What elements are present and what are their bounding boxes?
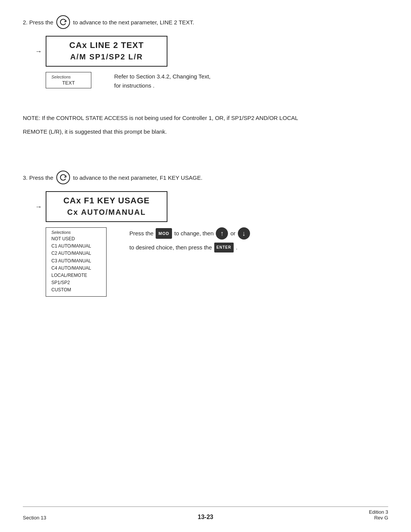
- refresh-icon-step3: [56, 171, 70, 184]
- footer-edition: Edition 3: [266, 509, 388, 515]
- controls-line1: Press the MOD to change, then ↑ or ↓: [129, 227, 388, 240]
- sel-item-6: SP1/SP2: [51, 279, 101, 286]
- enter-button[interactable]: ENTER: [214, 243, 234, 252]
- note-line2: REMOTE (L/R), it is suggested that this …: [23, 127, 388, 137]
- display-box-step2: CAx LINE 2 TEXT A/M SP1/SP2 L/R: [46, 36, 167, 67]
- step3-suffix: to advance to the next parameter, F1 KEY…: [73, 174, 202, 181]
- step3-section: 3. Press the to advance to the next para…: [23, 171, 388, 297]
- step3-press-line: 3. Press the to advance to the next para…: [23, 171, 388, 184]
- sel-item-2: C2 AUTO/MANUAL: [51, 250, 101, 257]
- refer-line1: Refer to Section 3.4.2, Changing Text,: [114, 72, 210, 81]
- note-section: NOTE: If the CONTROL STATE ACCESS is not…: [23, 113, 388, 136]
- sel-item-5: LOCAL/REMOTE: [51, 272, 101, 279]
- step2-prefix: 2. Press the: [23, 19, 53, 26]
- refresh-icon-step2: [56, 15, 70, 29]
- selections-box-step2: Selections TEXT: [46, 72, 91, 88]
- footer-right: Edition 3 Rev G: [266, 509, 388, 521]
- footer-center: 13-23: [145, 514, 266, 521]
- display-line1-step3: CAx F1 KEY USAGE: [58, 196, 155, 206]
- display-line1-step2: CAx LINE 2 TEXT: [58, 40, 155, 50]
- step2-suffix: to advance to the next parameter, LINE 2…: [73, 19, 194, 26]
- arrow-indicator-step3: →: [35, 203, 42, 211]
- controls-section: Press the MOD to change, then ↑ or ↓ to …: [129, 227, 388, 253]
- period: .: [236, 242, 237, 253]
- to-change-text: to change, then: [174, 228, 213, 239]
- desired-text: to desired choice, then press the: [129, 242, 212, 253]
- display-line2-step2: A/M SP1/SP2 L/R: [58, 53, 155, 61]
- mod-button[interactable]: MOD: [156, 228, 172, 239]
- sel-item-0: NOT USED: [51, 235, 101, 243]
- footer-left: Section 13: [23, 515, 145, 521]
- refer-text-step2: Refer to Section 3.4.2, Changing Text, f…: [114, 72, 210, 90]
- step2-press-line: 2. Press the to advance to the next para…: [23, 15, 388, 29]
- selections-title-step2: Selections: [51, 75, 86, 79]
- or-text: or: [230, 228, 235, 239]
- refer-line2: for instructions .: [114, 81, 210, 90]
- arrow-indicator-step2: →: [35, 47, 42, 55]
- display-box-step3: CAx F1 KEY USAGE Cx AUTO/MANUAL: [46, 191, 167, 222]
- sel-item-4: C4 AUTO/MANUAL: [51, 265, 101, 272]
- sel-item-3: C3 AUTO/MANUAL: [51, 257, 101, 265]
- selections-value-step2: TEXT: [51, 80, 86, 86]
- selections-list: NOT USED C1 AUTO/MANUAL C2 AUTO/MANUAL C…: [51, 235, 101, 294]
- step3-prefix: 3. Press the: [23, 174, 53, 181]
- up-arrow-button[interactable]: ↑: [216, 227, 228, 240]
- sel-item-7: CUSTOM: [51, 286, 101, 294]
- note-line1: NOTE: If the CONTROL STATE ACCESS is not…: [23, 113, 388, 123]
- footer-rev: Rev G: [266, 515, 388, 521]
- controls-line2: to desired choice, then press the ENTER …: [129, 242, 388, 253]
- press-text: Press the: [129, 228, 153, 239]
- footer: Section 13 13-23 Edition 3 Rev G: [23, 506, 388, 521]
- down-arrow-button[interactable]: ↓: [238, 227, 250, 240]
- selections-box-step3: Selections NOT USED C1 AUTO/MANUAL C2 AU…: [46, 227, 107, 297]
- selections-list-title: Selections: [51, 230, 101, 235]
- display-line2-step3: Cx AUTO/MANUAL: [58, 208, 155, 217]
- sel-item-1: C1 AUTO/MANUAL: [51, 243, 101, 250]
- step2-section: 2. Press the to advance to the next para…: [23, 15, 388, 90]
